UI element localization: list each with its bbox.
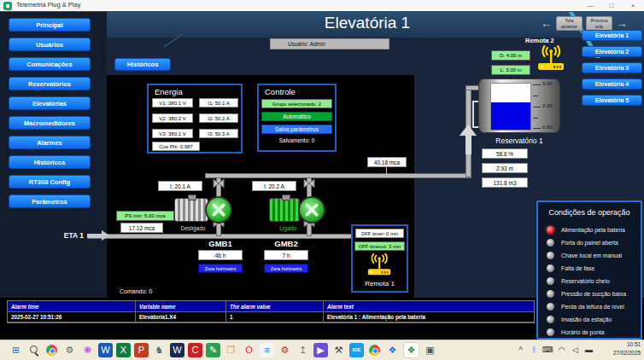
battery-icon[interactable]: ▬ <box>583 345 594 356</box>
paint3d-icon[interactable]: ❋ <box>80 343 95 357</box>
sidebar-item-comunicacoes[interactable]: Comunicações <box>9 57 91 71</box>
clock-time: 10:51 <box>596 340 641 349</box>
salvamento-status: Salvamento: 0 <box>261 137 332 146</box>
media-icon[interactable]: ▶ <box>313 343 328 357</box>
close-button[interactable]: × <box>626 0 640 11</box>
sidebar-item-principal[interactable]: Principal <box>9 18 91 32</box>
wonderware-icon[interactable]: W <box>170 343 184 357</box>
sidebar-item-reservatorios[interactable]: Reservatórios <box>9 77 91 90</box>
off-timeout-setpoint[interactable]: OFF timeout: 3 min <box>354 241 405 251</box>
ps-min-setpoint[interactable]: PS min: 5.00 mca <box>116 211 174 221</box>
system-tray-icons: ^ᛒ⌨◠◁▬ <box>515 340 594 360</box>
nav-elevatoria-5-button[interactable]: Elevatória 5 <box>582 95 642 106</box>
historicos-button[interactable]: Históricos <box>114 58 171 71</box>
current-i1-value: I1: 50.1 A <box>199 98 238 107</box>
eta-arrow-bar <box>87 234 102 238</box>
start-icon[interactable]: ⊞ <box>9 343 23 357</box>
nav-elevatoria-2-button[interactable]: Elevatória 2 <box>582 46 642 57</box>
status-led <box>547 239 554 247</box>
chrome-icon[interactable] <box>44 343 59 357</box>
sidebar-item-alarmes[interactable]: Alarmes <box>9 136 91 149</box>
nav-elevatoria-3-button[interactable]: Elevatória 3 <box>582 62 642 73</box>
tray-chevron-icon[interactable]: ^ <box>515 345 526 356</box>
excel-icon[interactable]: X <box>116 343 131 357</box>
condition-row: Horário de ponta <box>547 326 639 339</box>
pump2-name: GMB2 <box>269 239 303 248</box>
volume-icon[interactable]: ◁ <box>570 345 581 356</box>
next-screen-button[interactable]: Próxima tela <box>586 16 612 31</box>
pump1-zera-horimetro-button[interactable]: Zera horímetro <box>198 264 243 273</box>
maximize-button[interactable]: □ <box>605 0 618 11</box>
salva-parametros-button[interactable]: Salva parâmetros <box>261 125 332 134</box>
next-screen-arrow-icon[interactable]: → <box>616 16 628 30</box>
bird-app-icon[interactable]: ♞ <box>152 343 167 357</box>
notepad-icon[interactable]: ≡ <box>260 343 274 357</box>
alarm-table-row[interactable]: 2025-02-27 10:51:26 Elevatoria1.X4 1 Ele… <box>8 312 534 322</box>
powerpoint-icon[interactable]: P <box>134 343 149 357</box>
current-i3-value: I3: 50.3 A <box>199 129 238 138</box>
tank-scale-tick <box>533 84 541 85</box>
tiles-green-icon[interactable]: ❖ <box>403 342 419 358</box>
settings-gear-icon[interactable]: ⚙ <box>62 343 77 357</box>
tank-scale-tick <box>533 118 538 119</box>
red-app-icon[interactable]: C <box>188 343 202 357</box>
sidebar-item-usuarios[interactable]: Usuários <box>9 38 91 51</box>
eta-arrow-icon <box>102 230 109 241</box>
notes-icon[interactable]: ✎ <box>206 343 220 357</box>
sidebar-item-elevatorias[interactable]: Elevatórias <box>9 96 91 110</box>
search-icon[interactable] <box>26 343 41 357</box>
condition-label: Porta do painel aberta <box>561 240 618 246</box>
variable-name-cell: Elevatoria1.X4 <box>136 312 226 322</box>
sidebar-item-parametros[interactable]: Parâmetros <box>9 195 91 208</box>
sidebar-item-macromedidores[interactable]: Macromedidores <box>9 116 91 130</box>
voltage-v2-value: V2: 380.2 V <box>152 113 193 123</box>
pump2-current-value: I: 20.2 A <box>252 181 296 191</box>
pump2-zera-horimetro-button[interactable]: Zera horímetro <box>264 264 308 273</box>
valve-icon <box>303 178 315 189</box>
tiles-blue-icon[interactable]: ❖ <box>385 343 400 357</box>
valve-icon <box>213 178 225 189</box>
chrome2-icon[interactable] <box>367 343 382 357</box>
share-icon[interactable]: ↥ <box>296 343 310 357</box>
touch-keyboard-icon[interactable]: ⌨ <box>542 345 553 356</box>
sidebar-item-historicos[interactable]: Históricos <box>9 155 91 169</box>
word-icon[interactable]: W <box>98 343 113 357</box>
discharge-pipe <box>205 173 471 178</box>
condition-row: Alimentação pela bateria <box>547 224 639 236</box>
automatico-button[interactable]: Automático <box>261 112 332 121</box>
pressure-tag-line <box>386 166 387 174</box>
pump1-hours-value: 46 h <box>198 250 243 260</box>
nav-elevatoria-1-button[interactable]: Elevatória 1 <box>582 30 642 41</box>
red-gear-icon[interactable]: ⚙ <box>278 343 292 357</box>
condition-row: Chave local em manual <box>547 249 639 262</box>
conditions-title: Condições de operação <box>538 208 641 217</box>
reservoir-level-value: 2.93 m <box>482 163 528 173</box>
minimize-button[interactable]: — <box>583 0 597 11</box>
tools-icon[interactable]: ⚒ <box>331 343 346 357</box>
condition-label: Alimentação pela bateria <box>561 227 625 233</box>
condition-row: Pressão de sucção baixa <box>547 287 639 300</box>
sidebar-item-rt308-config[interactable]: RT308 Config <box>9 175 91 189</box>
status-led <box>547 316 554 323</box>
camera-icon[interactable]: ▣ <box>423 343 437 357</box>
taskbar-clock[interactable]: 10:51 27/02/2025 <box>596 340 641 357</box>
pump2-motor <box>269 198 300 222</box>
status-led <box>547 328 554 336</box>
reservoir-tank-interior <box>490 83 531 131</box>
condition-row: Perda da leitura de nível <box>547 300 639 313</box>
alarm-value-header: The alarm value <box>226 301 324 312</box>
nav-elevatoria-4-button[interactable]: Elevatória 4 <box>582 78 642 90</box>
reservoir-volume-value: 131.8 m3 <box>482 177 528 188</box>
prev-screen-button[interactable]: Tela anterior <box>556 16 583 31</box>
grupo-selecionado-field[interactable]: Grupo selecionado: 2 <box>261 99 332 108</box>
condition-row: Porta do painel aberta <box>547 236 639 249</box>
bluetooth-icon[interactable]: ᛒ <box>529 345 540 356</box>
folder-icon[interactable]: ❐ <box>224 343 238 357</box>
wifi-icon[interactable]: ◠ <box>556 345 567 356</box>
ide-icon[interactable]: IDE <box>349 343 364 357</box>
remota2-d-setpoint[interactable]: D: 4.00 m <box>491 50 530 61</box>
opera-icon[interactable]: O <box>242 343 256 357</box>
prev-screen-arrow-icon[interactable]: ← <box>541 16 553 30</box>
remota2-l-setpoint[interactable]: L: 3.00 m <box>491 65 530 75</box>
flow-up-arrow-stem <box>465 136 471 154</box>
